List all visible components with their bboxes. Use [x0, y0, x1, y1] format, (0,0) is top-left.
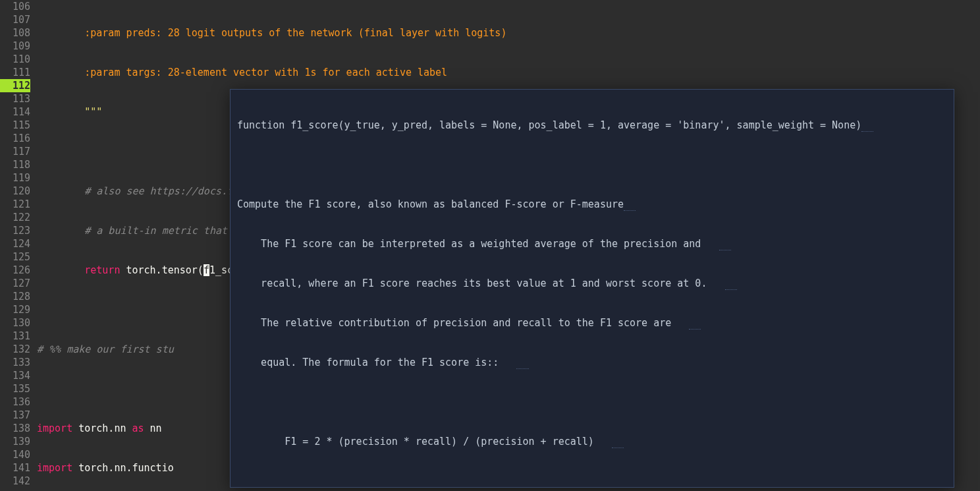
line-number[interactable]: 117	[0, 145, 30, 158]
line-number[interactable]: 127	[0, 277, 30, 290]
line-number[interactable]: 121	[0, 198, 30, 211]
code-line: :param targs: 28-element vector with 1s …	[37, 66, 980, 79]
signature-help-popup[interactable]: function f1_score(y_true, y_pred, labels…	[230, 89, 954, 488]
line-number[interactable]: 106	[0, 0, 30, 13]
line-number[interactable]: 142	[0, 475, 30, 488]
code-area[interactable]: :param preds: 28 logit outputs of the ne…	[37, 0, 980, 491]
line-number[interactable]: 139	[0, 435, 30, 448]
line-number[interactable]: 136	[0, 395, 30, 409]
line-number[interactable]: 126	[0, 264, 30, 277]
line-number[interactable]: 135	[0, 382, 30, 395]
line-number[interactable]: 141	[0, 461, 30, 475]
line-number[interactable]: 116	[0, 132, 30, 145]
line-number[interactable]: 115	[0, 119, 30, 132]
line-number[interactable]: 128	[0, 290, 30, 303]
line-number[interactable]: 123	[0, 224, 30, 237]
line-number[interactable]: 120	[0, 185, 30, 198]
line-number[interactable]: 129	[0, 303, 30, 316]
line-number[interactable]: 134	[0, 369, 30, 382]
line-number[interactable]: 118	[0, 158, 30, 171]
tooltip-text: Compute the F1 score, also known as bala…	[237, 198, 947, 211]
line-number[interactable]: 119	[0, 171, 30, 185]
line-gutter[interactable]: 1061071081091101111121131141151161171181…	[0, 0, 37, 491]
line-number[interactable]: 124	[0, 237, 30, 250]
line-number[interactable]: 107	[0, 13, 30, 26]
line-number[interactable]: 109	[0, 40, 30, 53]
line-number[interactable]: 130	[0, 316, 30, 330]
line-number[interactable]: 122	[0, 211, 30, 224]
line-number[interactable]: 131	[0, 330, 30, 343]
tooltip-signature: function f1_score(y_true, y_pred, labels…	[237, 119, 947, 132]
line-number[interactable]: 132	[0, 343, 30, 356]
line-number[interactable]: 113	[0, 92, 30, 105]
line-number[interactable]: 125	[0, 250, 30, 264]
line-number[interactable]: 110	[0, 53, 30, 66]
line-number[interactable]: 138	[0, 422, 30, 435]
line-number[interactable]: 133	[0, 356, 30, 369]
cursor: f	[204, 264, 209, 276]
editor-root: 1061071081091101111121131141151161171181…	[0, 0, 980, 491]
line-number[interactable]: 137	[0, 409, 30, 422]
line-number[interactable]: 112	[0, 79, 30, 92]
code-line: :param preds: 28 logit outputs of the ne…	[37, 26, 980, 40]
line-number[interactable]: 108	[0, 26, 30, 40]
line-number[interactable]: 140	[0, 448, 30, 461]
line-number[interactable]: 111	[0, 66, 30, 79]
line-number[interactable]: 114	[0, 105, 30, 119]
